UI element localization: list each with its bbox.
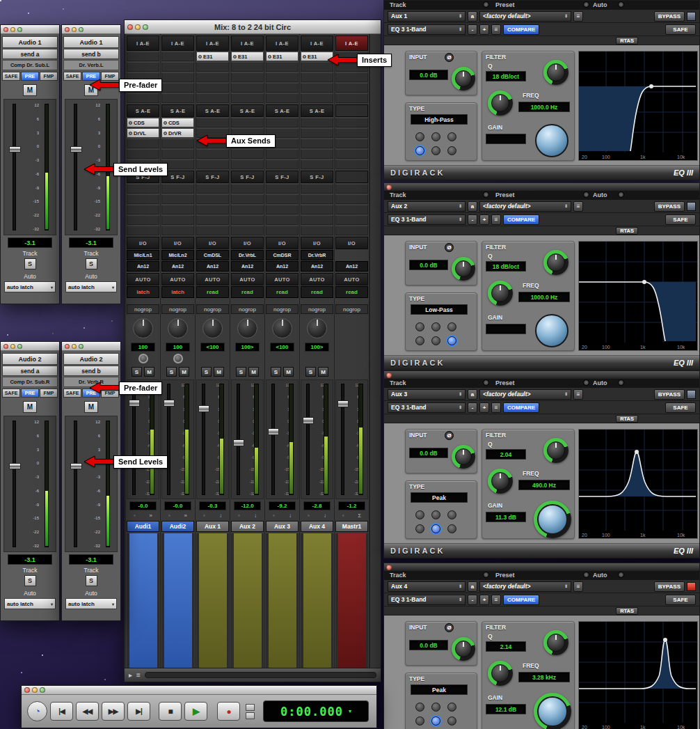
view-options-icon[interactable]: ≡ [136,671,141,679]
filter-type-icon[interactable] [415,132,424,141]
insert-slot[interactable] [301,72,333,82]
window-zoom-button[interactable] [79,344,83,349]
send-solo-button[interactable]: S [86,258,97,269]
send-fader-cap[interactable] [70,463,82,469]
window-close-button[interactable] [24,687,30,693]
q-knob[interactable] [543,250,568,275]
eq-band-handle[interactable] [635,450,639,454]
horizontal-scrollbar[interactable] [145,672,376,678]
send-slot[interactable] [301,205,333,214]
play-button[interactable]: ▶ [184,702,207,721]
send-solo-button[interactable]: S [86,575,97,586]
insert-slot[interactable] [196,72,229,82]
insert-slot[interactable] [301,93,333,103]
send-slot[interactable] [231,226,264,235]
settings-menu-button[interactable]: ≡ [573,389,583,400]
counter-dropdown-icon[interactable]: ▾ [349,708,351,714]
fader-cap[interactable] [303,417,314,424]
send-slot[interactable] [196,226,229,235]
output-window-icon[interactable]: ◦ [342,512,344,519]
next-preset-button[interactable]: + [479,402,489,413]
transport-expand-button[interactable] [246,704,255,711]
group-assignment-button[interactable]: nogrop [196,304,229,314]
target-window-button[interactable] [687,582,696,591]
track-selector[interactable]: Aux 1⇕ [388,11,466,22]
downmix-icon[interactable]: ↓ [289,512,292,519]
plugin-window-titlestrip[interactable] [384,371,699,379]
send-selector-button[interactable]: send a [2,366,58,376]
send-pre-button[interactable]: PRE [21,72,39,81]
window-close-button[interactable] [127,24,133,30]
window-minimize-button[interactable] [10,344,15,349]
rtas-format-button[interactable]: RTAS [616,415,638,423]
preset-selector[interactable]: <factory default>⇕ [479,201,571,212]
librarian-menu-button[interactable]: ≡ [491,214,501,225]
send-fader-cap[interactable] [9,463,21,469]
group-assignment-button[interactable]: nogrop [161,304,194,314]
return-to-zero-button[interactable]: |◀ [50,702,73,721]
group-assignment-button[interactable]: nogrop [335,304,368,314]
group-assignment-button[interactable]: nogrop [127,304,159,314]
filter-type-icon[interactable] [415,510,424,519]
send-slot[interactable] [161,139,194,148]
output-window-icon[interactable]: ◦ [273,512,275,519]
filter-type-icon[interactable] [431,510,440,519]
mute-button[interactable]: M [283,367,294,377]
filter-type-icon[interactable] [447,132,456,141]
automation-mode-button[interactable]: read [231,286,264,298]
input-path-button[interactable]: Dr.VrbR [301,250,333,260]
rtas-format-button[interactable]: RTAS [616,227,638,235]
auto-menu-disclosure[interactable] [618,379,624,386]
send-mute-button[interactable]: M [84,401,98,413]
send-slot[interactable] [335,139,368,148]
fader-cap[interactable] [129,400,140,407]
send-fmp-button[interactable]: FMP [40,389,58,398]
insert-slot[interactable] [266,72,299,82]
previous-preset-button[interactable]: - [468,24,477,35]
send-slot[interactable] [301,226,333,235]
filter-type-icon[interactable] [431,716,440,726]
send-mute-button[interactable]: M [23,84,37,96]
eq-band-handle[interactable] [663,638,667,642]
insert-button[interactable]: E31 [231,52,264,61]
mix-window-titlebar[interactable]: Mix: 8 to 2 24 bit Circ [125,20,381,34]
solo-button[interactable]: S [305,367,316,377]
freq-knob[interactable] [488,281,513,306]
freq-knob[interactable] [488,91,513,116]
filter-type-icon[interactable] [415,703,424,712]
send-slot[interactable] [196,118,229,127]
mute-button[interactable]: M [144,367,154,377]
plugin-safe-button[interactable]: SAFE [665,402,696,413]
compare-button[interactable]: COMPARE [503,595,539,605]
automation-mode-button[interactable]: read [301,286,333,298]
input-gain-knob[interactable] [452,637,475,661]
phase-invert-button[interactable]: Ø [445,431,454,440]
send-slot[interactable] [196,159,229,169]
insert-button[interactable]: E31 [196,52,229,61]
filter-type-icon[interactable] [415,716,424,726]
path-meter-icon[interactable]: » [150,512,152,519]
send-slot[interactable] [301,159,333,169]
track-nameplate[interactable]: Mastr1 [335,521,368,532]
freq-knob[interactable] [488,469,513,494]
send-mute-button[interactable]: M [23,401,37,413]
send-slot[interactable] [231,215,264,225]
mute-button[interactable]: M [248,367,259,377]
freq-knob[interactable] [488,661,513,686]
settings-menu-button[interactable]: ≡ [573,201,583,212]
compare-button[interactable]: COMPARE [503,24,539,35]
plugin-window-titlestrip[interactable] [384,183,699,191]
automation-mode-selector[interactable]: auto latch▾ [4,281,56,292]
next-preset-button[interactable]: + [479,24,489,35]
pan-knob[interactable] [202,318,223,338]
preset-menu-disclosure[interactable] [583,379,589,386]
insert-slot[interactable] [161,62,194,72]
output-path-button[interactable]: An12 [127,261,159,272]
insert-slot[interactable] [127,93,159,103]
send-fader-cap[interactable] [9,146,21,152]
fast-forward-button[interactable]: ▶▶ [102,702,125,721]
record-enable-button[interactable] [138,354,148,363]
send-safe-button[interactable]: SAFE [63,389,81,398]
gain-knob[interactable] [535,124,568,157]
fader-cap[interactable] [337,400,349,407]
